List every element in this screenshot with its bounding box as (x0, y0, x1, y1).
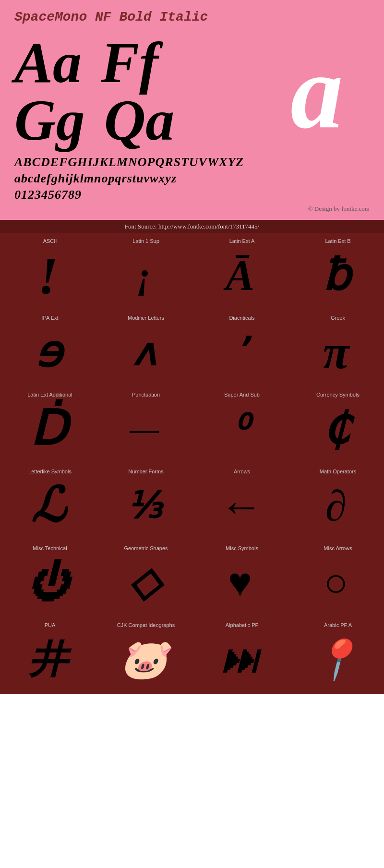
glyph-cell-modifier: Modifier Letters ʌ (96, 310, 192, 387)
source-bar: Font Source: http://www.fontke.com/font/… (0, 220, 384, 233)
label-misctech: Misc Technical (2, 545, 94, 551)
glyph-cell-punctuation: Punctuation — (96, 387, 192, 464)
glyph-heart: ♥ (194, 555, 286, 610)
glyph-superscript-0: ⁰ (194, 401, 286, 457)
glyph-pi: π (290, 325, 382, 380)
font-title: SpaceMono NF Bold Italic (14, 10, 370, 24)
glyph-cell-miscsymbols: Misc Symbols ♥ (192, 541, 288, 617)
glyph-cell-arrows: Arrows ← (192, 464, 288, 541)
label-pua: PUA (2, 622, 94, 628)
glyph-cell-mathops: Math Operators ∂ (288, 464, 384, 541)
glyph-pig: 🐷 (98, 632, 190, 687)
label-mathops: Math Operators (290, 469, 382, 474)
glyph-partial-diff: ∂ (290, 478, 382, 533)
glyph-reversed-e: ɘ (2, 325, 94, 380)
glyph-cell-latinextadd: Latin Ext Additional Ḋ (0, 387, 96, 464)
glyph-inv-exclamation: ¡ (98, 248, 190, 303)
glyph-cell-diacriticals: Diacriticals ʼ (192, 310, 288, 387)
digits: 0123456789 (14, 187, 370, 203)
label-ipaext: IPA Ext (2, 315, 94, 321)
copyright: © Design by fontke.com (14, 205, 370, 213)
glyph-cell-miscarrows: Misc Arrows ○ (288, 541, 384, 617)
glyph-diamond: ◇ (98, 555, 190, 610)
glyph-map-pin: 📍 (290, 632, 382, 687)
label-superandsub: Super And Sub (194, 392, 286, 398)
label-punctuation: Punctuation (98, 392, 190, 398)
lowercase-alphabet: abcdefghijklmnopqrstuvwxyz (14, 170, 370, 187)
glyph-d-cedilla: Ḋ (2, 401, 94, 457)
big-a-container: a (264, 39, 370, 145)
pink-section: SpaceMono NF Bold Italic Aa Ff Gg Qa a A… (0, 0, 384, 220)
large-chars-container: Aa Ff Gg Qa a (14, 34, 370, 149)
label-modifier: Modifier Letters (98, 315, 190, 321)
glyph-cell-latinextb: Latin Ext B ƀ (288, 233, 384, 310)
label-latinextb: Latin Ext B (290, 238, 382, 244)
label-letterlike: Letterlike Symbols (2, 469, 94, 474)
big-a-char: a (290, 39, 343, 145)
glyph-cell-arabicpfa: Arabic PF A 📍 (288, 617, 384, 694)
glyph-cell-misctech: Misc Technical ⏻ (0, 541, 96, 617)
glyph-cent-stroke: ₵ (290, 401, 382, 457)
glyph-cell-cjk: CJK Compat Ideographs 🐷 (96, 617, 192, 694)
glyph-cell-greek: Greek π (288, 310, 384, 387)
label-miscsymbols: Misc Symbols (194, 545, 286, 551)
label-miscarrows: Misc Arrows (290, 545, 382, 551)
uppercase-alphabet: ABCDEFGHIJKLMNOPQRSTUVWXYZ (14, 154, 370, 170)
glyph-one-third: ⅓ (98, 478, 190, 533)
glyph-exclamation: ! (2, 248, 94, 303)
glyph-cell-ipaext: IPA Ext ɘ (0, 310, 96, 387)
char-ff: Ff (101, 34, 158, 92)
char-row-1: Aa Ff (14, 34, 264, 92)
label-latinextadd: Latin Ext Additional (2, 392, 94, 398)
label-currency: Currency Symbols (290, 392, 382, 398)
glyph-cell-ascii: ASCII ! (0, 233, 96, 310)
char-qa: Qa (104, 92, 175, 149)
glyph-cell-superandsub: Super And Sub ⁰ (192, 387, 288, 464)
label-arrows: Arrows (194, 469, 286, 474)
glyph-apostrophe: ʼ (194, 325, 286, 380)
char-row-2: Gg Qa (14, 92, 264, 149)
label-diacriticals: Diacriticals (194, 315, 286, 321)
char-gg: Gg (14, 92, 85, 149)
glyph-grid: ASCII ! Latin 1 Sup ¡ Latin Ext A Ā Lati… (0, 233, 384, 694)
dark-section: Font Source: http://www.fontke.com/font/… (0, 220, 384, 694)
label-arabicpfa: Arabic PF A (290, 622, 382, 628)
glyph-cell-latinexta: Latin Ext A Ā (192, 233, 288, 310)
label-geoshapes: Geometric Shapes (98, 545, 190, 551)
label-ascii: ASCII (2, 238, 94, 244)
glyph-caret: ʌ (98, 325, 190, 380)
glyph-skip-forward: ⏭ (194, 632, 286, 687)
glyph-cell-geoshapes: Geometric Shapes ◇ (96, 541, 192, 617)
label-latinexta: Latin Ext A (194, 238, 286, 244)
glyph-cell-currency: Currency Symbols ₵ (288, 387, 384, 464)
glyph-script-l: ℒ (2, 478, 94, 533)
glyph-a-macron: Ā (194, 248, 286, 303)
glyph-cell-latin1sup: Latin 1 Sup ¡ (96, 233, 192, 310)
glyph-circle: ○ (290, 555, 382, 610)
glyph-power: ⏻ (2, 555, 94, 610)
glyph-b-hook: ƀ (290, 248, 382, 303)
label-greek: Greek (290, 315, 382, 321)
char-aa: Aa (14, 34, 82, 92)
glyph-pua-char: 井 (2, 632, 94, 687)
label-alphabeticpf: Alphabetic PF (194, 622, 286, 628)
glyph-cell-pua: PUA 井 (0, 617, 96, 694)
glyph-cell-letterlike: Letterlike Symbols ℒ (0, 464, 96, 541)
label-numberforms: Number Forms (98, 469, 190, 474)
glyph-cell-numberforms: Number Forms ⅓ (96, 464, 192, 541)
label-cjk: CJK Compat Ideographs (98, 622, 190, 628)
label-latin1sup: Latin 1 Sup (98, 238, 190, 244)
large-chars-left: Aa Ff Gg Qa (14, 34, 264, 149)
glyph-emdash: — (98, 401, 190, 457)
alphabet-lines: ABCDEFGHIJKLMNOPQRSTUVWXYZ abcdefghijklm… (14, 154, 370, 203)
glyph-left-arrow: ← (194, 478, 286, 533)
glyph-cell-alphabeticpf: Alphabetic PF ⏭ (192, 617, 288, 694)
